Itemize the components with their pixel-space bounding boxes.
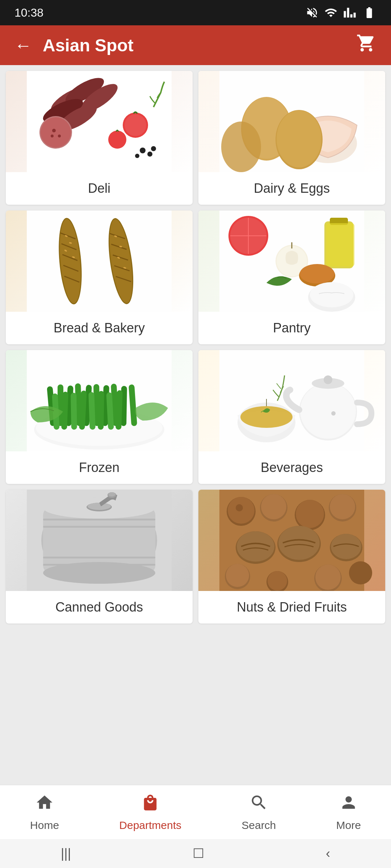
svg-point-8 xyxy=(52,129,56,132)
nav-search-label: Search xyxy=(241,819,276,831)
canned-image xyxy=(6,490,193,591)
category-label-bread: Bread & Bakery xyxy=(6,312,193,344)
categories-grid: Deli xyxy=(6,71,385,624)
svg-rect-104 xyxy=(43,564,155,566)
nav-departments[interactable]: dept Departments xyxy=(119,793,181,831)
svg-point-110 xyxy=(261,494,286,519)
pantry-image xyxy=(198,210,385,312)
dairy-image xyxy=(198,71,385,172)
svg-point-100 xyxy=(108,492,115,497)
svg-point-15 xyxy=(147,152,152,157)
battery-icon xyxy=(362,6,377,19)
svg-point-24 xyxy=(221,122,261,172)
nav-home-label: Home xyxy=(30,819,59,831)
svg-rect-103 xyxy=(43,557,155,558)
svg-point-87 xyxy=(324,375,332,384)
svg-rect-55 xyxy=(326,223,354,267)
svg-point-9 xyxy=(58,135,61,137)
svg-rect-102 xyxy=(43,526,155,528)
svg-rect-25 xyxy=(27,210,172,312)
svg-point-12 xyxy=(125,114,146,136)
bottom-nav: Home dept Departments Search More xyxy=(0,785,391,839)
svg-point-10 xyxy=(51,135,54,137)
mute-icon xyxy=(306,6,319,19)
svg-rect-101 xyxy=(43,519,155,520)
svg-point-126 xyxy=(315,565,341,590)
svg-rect-80 xyxy=(98,391,104,430)
svg-point-122 xyxy=(226,564,249,587)
svg-point-13 xyxy=(108,131,126,149)
svg-point-90 xyxy=(331,411,336,416)
category-label-beverages: Beverages xyxy=(198,451,385,484)
svg-point-127 xyxy=(349,561,372,584)
svg-point-17 xyxy=(151,146,156,151)
svg-point-16 xyxy=(135,154,139,158)
svg-point-114 xyxy=(330,494,355,519)
frozen-image xyxy=(6,350,193,451)
signal-icon xyxy=(343,6,356,19)
back-button[interactable]: ← xyxy=(14,35,32,55)
svg-point-108 xyxy=(236,504,243,511)
beverages-image xyxy=(198,350,385,451)
back-button-sys[interactable]: ‹ xyxy=(326,846,330,861)
bread-image xyxy=(6,210,193,312)
category-card-beverages[interactable]: Beverages xyxy=(198,350,385,484)
more-icon xyxy=(339,793,358,816)
home-button[interactable]: ☐ xyxy=(193,846,204,861)
svg-rect-77 xyxy=(71,393,77,430)
deli-image xyxy=(6,71,193,172)
search-icon xyxy=(249,793,268,816)
system-nav: ||| ☐ ‹ xyxy=(0,839,391,868)
departments-icon xyxy=(141,793,160,816)
nuts-image xyxy=(198,490,385,591)
category-card-pantry[interactable]: Pantry xyxy=(198,210,385,344)
svg-point-124 xyxy=(268,571,287,591)
nav-home[interactable]: Home xyxy=(30,793,59,831)
category-card-nuts[interactable]: Nuts & Dried Fruits xyxy=(198,490,385,624)
svg-point-120 xyxy=(331,534,361,559)
category-card-bread[interactable]: Bread & Bakery xyxy=(6,210,193,344)
status-bar: 10:38 xyxy=(0,0,391,25)
svg-point-112 xyxy=(296,500,324,528)
category-label-deli: Deli xyxy=(6,172,193,205)
menu-button[interactable]: ||| xyxy=(61,846,71,861)
status-icons xyxy=(306,6,377,19)
category-card-deli[interactable]: Deli xyxy=(6,71,193,205)
main-content: Deli xyxy=(0,65,391,785)
nav-departments-label: Departments xyxy=(119,819,181,831)
nav-search[interactable]: Search xyxy=(241,793,276,831)
app-title: Asian Spot xyxy=(43,35,134,55)
category-card-frozen[interactable]: Frozen xyxy=(6,350,193,484)
svg-point-85 xyxy=(300,383,356,439)
svg-point-23 xyxy=(277,110,321,167)
svg-point-61 xyxy=(310,282,353,307)
home-icon xyxy=(35,793,54,816)
category-label-nuts: Nuts & Dried Fruits xyxy=(198,591,385,624)
cart-button[interactable] xyxy=(356,33,377,58)
category-label-frozen: Frozen xyxy=(6,451,193,484)
svg-point-98 xyxy=(88,503,111,510)
svg-point-59 xyxy=(300,264,335,284)
category-card-canned[interactable]: Canned Goods xyxy=(6,490,193,624)
nav-more-label: More xyxy=(336,819,361,831)
category-label-dairy: Dairy & Eggs xyxy=(198,172,385,205)
nav-more[interactable]: More xyxy=(336,793,361,831)
status-time: 10:38 xyxy=(14,6,43,20)
category-label-pantry: Pantry xyxy=(198,312,385,344)
app-bar: ← Asian Spot xyxy=(0,25,391,65)
app-bar-left: ← Asian Spot xyxy=(14,35,134,55)
category-card-dairy[interactable]: Dairy & Eggs xyxy=(198,71,385,205)
category-label-canned: Canned Goods xyxy=(6,591,193,624)
svg-point-7 xyxy=(41,117,71,148)
svg-point-14 xyxy=(140,148,146,153)
wifi-icon xyxy=(324,6,337,19)
